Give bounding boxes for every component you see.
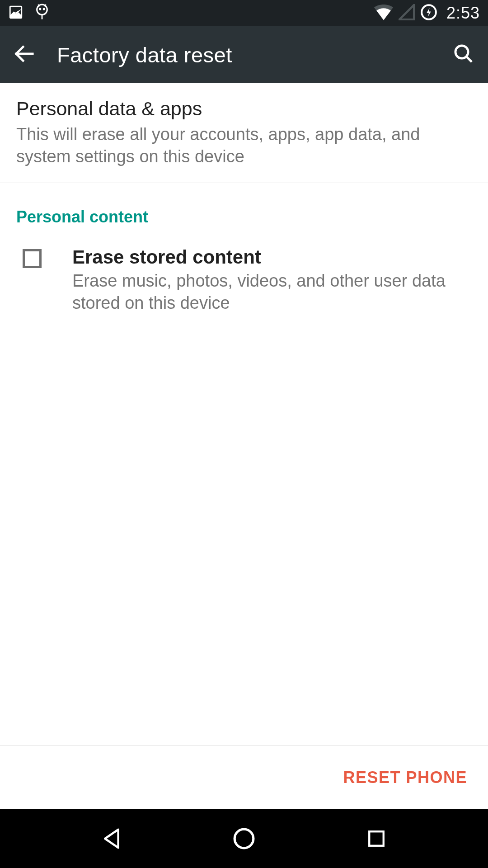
svg-point-9 [455,46,468,58]
status-bar: 2:53 [0,0,488,26]
nav-back-icon[interactable] [98,825,125,852]
reset-phone-button[interactable]: RESET PHONE [343,768,467,787]
content-area: Personal data & apps This will erase all… [0,83,488,809]
personal-data-section: Personal data & apps This will erase all… [0,83,488,183]
image-icon [8,5,23,22]
erase-stored-content-row[interactable]: Erase stored content Erase music, photos… [0,236,488,326]
svg-point-3 [43,8,45,10]
power-icon [420,4,437,23]
checkbox-description: Erase music, photos, videos, and other u… [72,270,472,315]
personal-content-label: Personal content [0,183,488,236]
svg-line-10 [466,57,472,62]
navigation-bar [0,809,488,868]
wifi-icon [374,4,393,22]
svg-point-11 [235,829,253,848]
app-bar: Factory data reset [0,26,488,83]
svg-point-2 [39,8,41,10]
svg-rect-12 [370,831,384,846]
nav-recent-icon[interactable] [363,825,390,852]
nav-home-icon[interactable] [230,825,258,852]
android-robot-icon [34,4,50,23]
checkbox-title: Erase stored content [72,246,472,268]
cellular-icon [399,4,415,22]
status-time: 2:53 [446,4,480,23]
search-icon[interactable] [453,43,474,66]
checkbox-icon[interactable] [23,249,42,268]
section-description: This will erase all your accounts, apps,… [16,123,472,168]
footer: RESET PHONE [0,745,488,809]
section-title: Personal data & apps [16,98,472,120]
back-icon[interactable] [14,43,34,66]
page-title: Factory data reset [57,42,232,67]
